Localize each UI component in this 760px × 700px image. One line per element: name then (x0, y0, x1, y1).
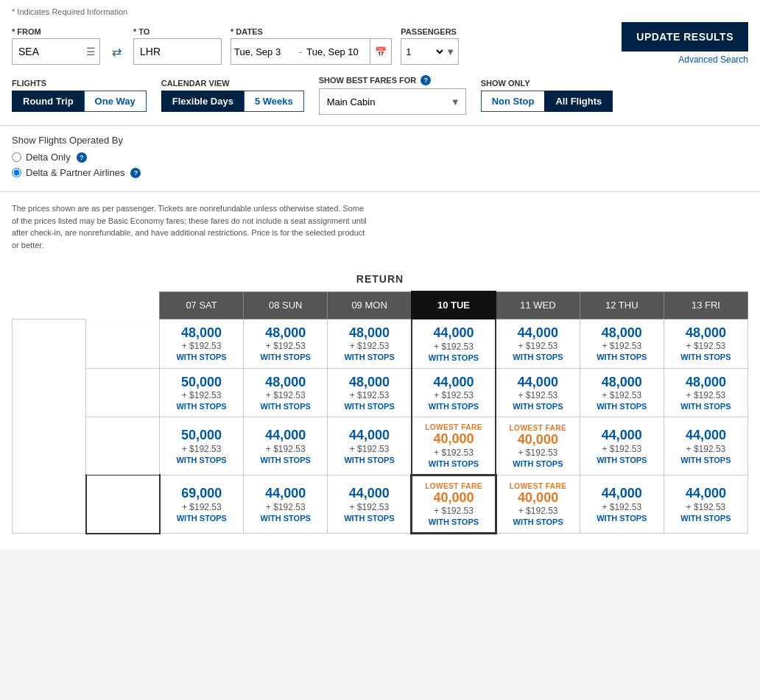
col-header-5[interactable]: 12 THU (580, 291, 664, 319)
show-fares-info-icon[interactable]: ? (421, 75, 431, 85)
fare-stops: WITH STOPS (583, 514, 661, 523)
fare-cell-r2-c0[interactable]: 50,000+ $192.53WITH STOPS (160, 417, 244, 475)
fare-miles: 50,000 (163, 428, 240, 444)
fare-miles: 44,000 (415, 325, 492, 342)
swap-button[interactable]: ⇄ (109, 39, 124, 65)
fare-stops: WITH STOPS (247, 456, 324, 464)
fare-miles: 44,000 (331, 486, 407, 502)
fare-cell-r0-c3[interactable]: 44,000+ $192.53WITH STOPS (412, 319, 496, 368)
fare-stops: WITH STOPS (499, 459, 577, 468)
fare-cell-r0-c4[interactable]: 44,000+ $192.53WITH STOPS (496, 319, 580, 368)
calendar-row-3: 03 TUE69,000+ $192.53WITH STOPS44,000+ $… (13, 475, 748, 534)
fare-cell-r0-c1[interactable]: 48,000+ $192.53WITH STOPS (244, 319, 328, 368)
fare-cell-r1-c0[interactable]: 50,000+ $192.53WITH STOPS (160, 368, 244, 417)
fare-cell-r2-c2[interactable]: 44,000+ $192.53WITH STOPS (328, 417, 412, 475)
fare-stops: WITH STOPS (331, 402, 408, 411)
fare-cell-r1-c1[interactable]: 48,000+ $192.53WITH STOPS (244, 368, 328, 417)
fare-cell-r3-c4[interactable]: LOWEST FARE40,000+ $192.53WITH STOPS (496, 475, 580, 534)
flexible-days-button[interactable]: Flexible Days (161, 91, 244, 112)
fare-cell-r0-c2[interactable]: 48,000+ $192.53WITH STOPS (328, 319, 412, 368)
col-header-2[interactable]: 09 MON (328, 291, 412, 319)
fare-stops: WITH STOPS (415, 517, 491, 526)
fare-cash: + $192.53 (163, 444, 240, 454)
col-header-1[interactable]: 08 SUN (244, 291, 328, 319)
fare-stops: WITH STOPS (583, 402, 661, 411)
advanced-search-link[interactable]: Advanced Search (678, 54, 748, 65)
col-header-4[interactable]: 11 WED (496, 291, 580, 319)
return-label: RETURN (12, 261, 748, 291)
calendar-view-label: Calendar View (161, 79, 304, 88)
fare-stops: WITH STOPS (415, 402, 492, 411)
fare-cell-r2-c1[interactable]: 44,000+ $192.53WITH STOPS (244, 417, 328, 475)
delta-only-label: Delta Only (26, 152, 71, 163)
fare-stops: WITH STOPS (163, 353, 240, 361)
delta-partner-radio[interactable] (12, 168, 21, 177)
fare-cell-r2-c4[interactable]: LOWEST FARE40,000+ $192.53WITH STOPS (496, 417, 580, 475)
fare-cell-r2-c3[interactable]: LOWEST FARE40,000+ $192.53WITH STOPS (412, 417, 496, 475)
non-stop-button[interactable]: Non Stop (481, 91, 545, 112)
fare-miles: 44,000 (667, 428, 745, 444)
fare-cell-r1-c2[interactable]: 48,000+ $192.53WITH STOPS (328, 368, 412, 417)
col-header-6[interactable]: 13 FRI (664, 291, 747, 319)
fares-select[interactable]: Main Cabin First Class Business (319, 88, 466, 115)
calendar-icon[interactable]: 📅 (370, 39, 391, 64)
fare-calendar-table: 07 SAT08 SUN09 MON10 TUE11 WED12 THU13 F… (12, 291, 748, 534)
date-start-input[interactable] (231, 42, 298, 62)
fare-cell-r3-c6[interactable]: 44,000+ $192.53WITH STOPS (664, 475, 747, 534)
fare-cell-r1-c6[interactable]: 48,000+ $192.53WITH STOPS (664, 368, 747, 417)
fare-stops: WITH STOPS (583, 456, 661, 464)
fare-cell-r0-c5[interactable]: 48,000+ $192.53WITH STOPS (580, 319, 664, 368)
fare-miles: 48,000 (163, 325, 240, 342)
fare-miles: 44,000 (583, 486, 661, 502)
round-trip-button[interactable]: Round Trip (12, 91, 84, 112)
delta-only-info-icon[interactable]: ? (77, 152, 87, 163)
fare-cash: + $192.53 (415, 342, 492, 352)
all-flights-button[interactable]: All Flights (544, 91, 613, 112)
fare-stops: WITH STOPS (331, 456, 408, 464)
fare-cell-r3-c0[interactable]: 69,000+ $192.53WITH STOPS (160, 475, 244, 534)
calendar-row-1: 01 SUN50,000+ $192.53WITH STOPS48,000+ $… (13, 368, 748, 417)
disclaimer-text: The prices shown are as per passenger. T… (0, 192, 383, 261)
fare-cell-r3-c2[interactable]: 44,000+ $192.53WITH STOPS (328, 475, 412, 534)
to-label: * TO (133, 27, 222, 36)
fare-cell-r0-c6[interactable]: 48,000+ $192.53WITH STOPS (664, 319, 747, 368)
delta-only-radio[interactable] (12, 152, 21, 162)
one-way-button[interactable]: One Way (84, 91, 147, 112)
passengers-select[interactable]: 1 2 3 (401, 41, 446, 63)
fare-cash: + $192.53 (499, 448, 577, 458)
fare-cash: + $192.53 (331, 390, 408, 400)
fare-cell-r0-c0[interactable]: 48,000+ $192.53WITH STOPS (160, 319, 244, 368)
dates-separator: - (298, 46, 303, 57)
update-results-button[interactable]: UPDATE RESULTS (622, 22, 748, 52)
row-date-1: 01 SUN (86, 368, 160, 417)
date-end-input[interactable] (303, 42, 370, 62)
fare-cell-r3-c5[interactable]: 44,000+ $192.53WITH STOPS (580, 475, 664, 534)
fare-cash: + $192.53 (247, 390, 324, 400)
fare-miles: 48,000 (583, 375, 661, 391)
passengers-label: PASSENGERS (401, 27, 459, 36)
fare-cell-r2-c5[interactable]: 44,000+ $192.53WITH STOPS (580, 417, 664, 475)
fare-cell-r1-c5[interactable]: 48,000+ $192.53WITH STOPS (580, 368, 664, 417)
fare-cell-r1-c4[interactable]: 44,000+ $192.53WITH STOPS (496, 368, 580, 417)
delta-partner-info-icon[interactable]: ? (130, 168, 141, 178)
five-weeks-button[interactable]: 5 Weeks (244, 91, 304, 112)
fare-cell-r3-c1[interactable]: 44,000+ $192.53WITH STOPS (244, 475, 328, 534)
fare-cell-r2-c6[interactable]: 44,000+ $192.53WITH STOPS (664, 417, 747, 475)
fare-cell-r1-c3[interactable]: 44,000+ $192.53WITH STOPS (412, 368, 496, 417)
to-input[interactable] (133, 38, 222, 65)
calendar-view-section: Calendar View Flexible Days 5 Weeks (161, 79, 304, 112)
fare-stops: WITH STOPS (667, 514, 745, 523)
fare-cash: + $192.53 (163, 341, 240, 351)
fare-cell-r3-c3[interactable]: LOWEST FARE40,000+ $192.53WITH STOPS (412, 475, 496, 534)
operated-by-label: Show Flights Operated By (12, 135, 748, 146)
fares-select-wrapper: Main Cabin First Class Business ▼ (319, 88, 466, 115)
fare-stops: WITH STOPS (500, 517, 577, 526)
fare-miles: 50,000 (163, 375, 240, 391)
calendar-row-2: 02 MON50,000+ $192.53WITH STOPS44,000+ $… (13, 417, 748, 475)
delta-partner-label: Delta & Partner Airlines (26, 167, 124, 178)
lowest-fare-badge: LOWEST FARE (500, 482, 577, 490)
fare-miles: 48,000 (331, 325, 408, 342)
col-header-0[interactable]: 07 SAT (160, 291, 244, 319)
fare-stops: WITH STOPS (667, 353, 745, 361)
col-header-3[interactable]: 10 TUE (412, 291, 496, 319)
